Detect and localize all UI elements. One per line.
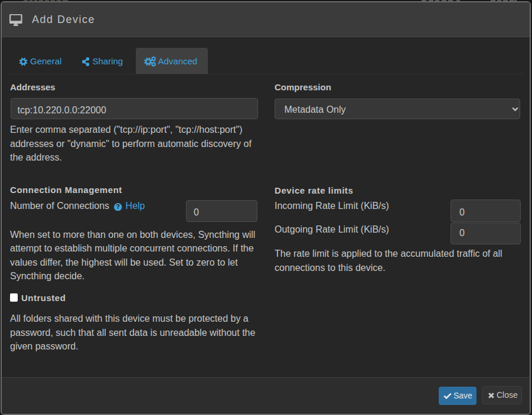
svg-text:?: ? [116,203,120,210]
